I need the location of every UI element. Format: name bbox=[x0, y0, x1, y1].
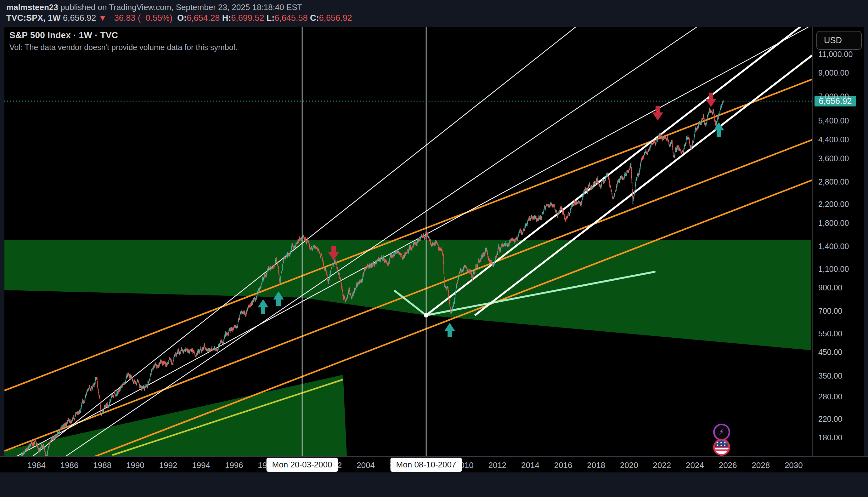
year-tick-label: 2014 bbox=[521, 460, 540, 470]
year-tick-label: 2024 bbox=[686, 460, 704, 470]
year-tick-label: 2016 bbox=[554, 460, 573, 470]
footer-bar: TradingView bbox=[0, 472, 868, 497]
price-tick-label: 11,000.00 bbox=[818, 50, 853, 59]
price-tick-label: 280.00 bbox=[818, 392, 842, 401]
price-tick-label: 1,400.00 bbox=[818, 242, 849, 251]
price-tick-label: 2,800.00 bbox=[818, 177, 849, 186]
date-marker-tooltip: Mon 08-10-2007 bbox=[391, 458, 462, 472]
year-tick-label: 2026 bbox=[719, 460, 737, 470]
year-tick-label: 2028 bbox=[752, 460, 770, 470]
price-tick-label: 450.00 bbox=[818, 348, 842, 357]
price-tick-label: 550.00 bbox=[818, 329, 842, 338]
year-tick-label: 2012 bbox=[488, 460, 506, 470]
price-chart[interactable] bbox=[0, 0, 868, 497]
chart-legend: S&P 500 Index · 1W · TVC Vol: The data v… bbox=[10, 30, 237, 52]
price-tick-label: 3,600.00 bbox=[818, 154, 849, 163]
price-tick-label: 7,000.00 bbox=[818, 92, 849, 101]
price-axis[interactable]: USD 6,656.92 11,000.009,000.007,000.005,… bbox=[812, 27, 864, 456]
buy-arrow-marker[interactable] bbox=[444, 323, 455, 337]
lightning-icon: ⚡ bbox=[719, 427, 724, 437]
sell-arrow-marker[interactable] bbox=[706, 93, 716, 107]
anchor-dot bbox=[424, 313, 428, 317]
year-tick-label: 2018 bbox=[587, 460, 605, 470]
orange-trendline[interactable] bbox=[4, 80, 812, 390]
boost-button[interactable]: ⚡ bbox=[713, 424, 730, 441]
plot-drawings bbox=[4, 27, 812, 491]
year-tick-label: 2022 bbox=[653, 460, 671, 470]
price-tick-label: 9,000.00 bbox=[818, 68, 849, 77]
price-tick-label: 2,200.00 bbox=[818, 200, 849, 209]
price-tick-label: 4,400.00 bbox=[818, 135, 849, 144]
year-tick-label: 1992 bbox=[159, 460, 177, 470]
sell-arrow-marker[interactable] bbox=[652, 106, 663, 120]
tradingview-snapshot: malmsteen23 published on TradingView.com… bbox=[0, 0, 868, 497]
buy-arrow-marker[interactable] bbox=[258, 299, 268, 314]
legend-volume-note: Vol: The data vendor doesn't provide vol… bbox=[10, 43, 237, 52]
us-flag-icon[interactable]: ★ ★ ★ ★ ★ ★ bbox=[713, 439, 730, 456]
price-tick-label: 700.00 bbox=[818, 307, 842, 316]
green-zone-polygon[interactable] bbox=[4, 375, 347, 456]
legend-title[interactable]: S&P 500 Index · 1W · TVC bbox=[10, 30, 237, 40]
date-marker-tooltip: Mon 20-03-2000 bbox=[267, 458, 338, 472]
year-tick-label: 1996 bbox=[225, 460, 243, 470]
year-tick-label: 2004 bbox=[356, 460, 375, 470]
price-tick-label: 5,400.00 bbox=[818, 116, 849, 125]
price-tick-label: 220.00 bbox=[818, 414, 842, 423]
price-tick-label: 1,100.00 bbox=[818, 264, 849, 273]
year-tick-label: 1994 bbox=[192, 460, 210, 470]
time-axis[interactable]: 1984198619881990199219941996199820002002… bbox=[0, 456, 868, 473]
currency-button[interactable]: USD bbox=[816, 31, 862, 50]
year-tick-label: 2030 bbox=[784, 460, 803, 470]
price-tick-label: 350.00 bbox=[818, 371, 842, 380]
year-tick-label: 1986 bbox=[60, 460, 79, 470]
year-tick-label: 1984 bbox=[27, 460, 46, 470]
year-tick-label: 2020 bbox=[620, 460, 638, 470]
price-tick-label: 1,800.00 bbox=[818, 218, 849, 227]
price-tick-label: 180.00 bbox=[818, 433, 842, 442]
year-tick-label: 1990 bbox=[126, 460, 145, 470]
year-tick-label: 1988 bbox=[93, 460, 112, 470]
price-tick-label: 900.00 bbox=[818, 283, 842, 292]
